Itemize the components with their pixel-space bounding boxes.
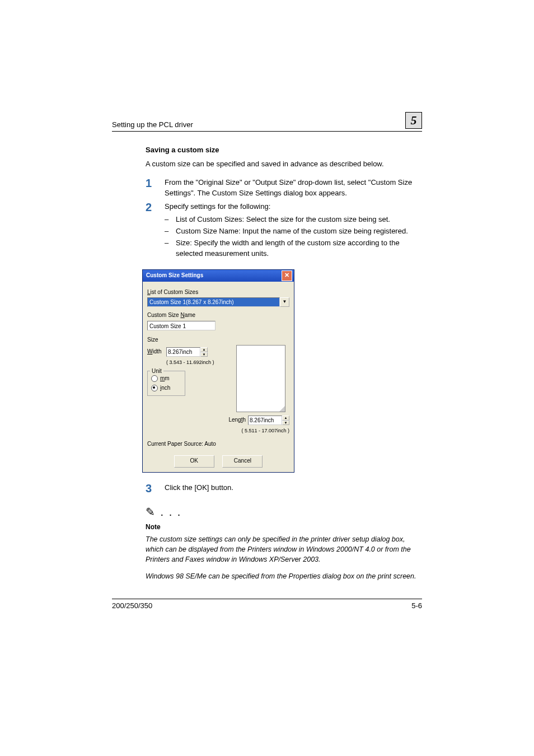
- unit-mm-radio[interactable]: mm: [151, 375, 181, 383]
- chevron-down-icon[interactable]: ▼: [280, 297, 289, 307]
- step-row: 3 Click the [OK] button.: [146, 483, 422, 494]
- step-body: From the "Original Size" or "Output Size…: [165, 178, 422, 199]
- cancel-button[interactable]: Cancel: [222, 455, 263, 468]
- step-row: 2 Specify settings for the following: – …: [146, 202, 422, 260]
- spin-down-icon[interactable]: ▼: [282, 421, 289, 426]
- width-value[interactable]: 8.267inch: [166, 347, 200, 357]
- bullet-item: – List of Custom Sizes: Select the size …: [165, 214, 422, 225]
- page-header: Setting up the PCL driver 5: [112, 112, 422, 132]
- spin-down-icon[interactable]: ▼: [200, 352, 208, 357]
- step-body: Click the [OK] button.: [165, 483, 422, 494]
- width-spinner[interactable]: 8.267inch ▲▼: [166, 347, 208, 357]
- list-label: List of Custom Sizes: [147, 288, 289, 297]
- note-title: Note: [146, 522, 422, 532]
- note-paragraph: Windows 98 SE/Me can be specified from t…: [146, 571, 422, 581]
- footer-left: 200/250/350: [112, 601, 152, 610]
- custom-size-dialog: Custom Size Settings ✕ List of Custom Si…: [142, 269, 294, 473]
- step-number: 1: [146, 178, 165, 199]
- spin-up-icon[interactable]: ▲: [282, 416, 289, 421]
- page-footer: 200/250/350 5-6: [112, 599, 422, 610]
- length-spinner[interactable]: 8.267inch ▲▼: [248, 416, 289, 425]
- step-text: Specify settings for the following:: [165, 202, 422, 212]
- length-value[interactable]: 8.267inch: [248, 416, 282, 425]
- step-number: 2: [146, 202, 165, 260]
- unit-inch-radio[interactable]: inch: [151, 384, 181, 393]
- header-title: Setting up the PCL driver: [112, 120, 193, 129]
- step-body: Specify settings for the following: – Li…: [165, 202, 422, 260]
- dialog-titlebar[interactable]: Custom Size Settings ✕: [143, 270, 294, 282]
- step-number: 3: [146, 483, 165, 494]
- length-label: Length: [228, 416, 246, 424]
- ok-button[interactable]: OK: [174, 455, 214, 468]
- spin-up-icon[interactable]: ▲: [200, 347, 208, 352]
- custom-sizes-dropdown[interactable]: Custom Size 1(8.267 x 8.267inch) ▼: [147, 297, 289, 307]
- step-row: 1 From the "Original Size" or "Output Si…: [146, 178, 422, 199]
- paper-source-label: Current Paper Source: Auto: [147, 440, 289, 449]
- paper-preview: [236, 345, 285, 412]
- section-heading: Saving a custom size: [146, 145, 422, 156]
- dialog-figure: Custom Size Settings ✕ List of Custom Si…: [142, 269, 422, 473]
- width-range: ( 3.543 - 11.692inch ): [166, 359, 231, 366]
- dropdown-value: Custom Size 1(8.267 x 8.267inch): [147, 297, 280, 307]
- footer-right: 5-6: [411, 601, 422, 610]
- bullet-item: – Custom Size Name: Input the name of th…: [165, 226, 422, 237]
- note-icon: ✎ . . .: [146, 504, 422, 520]
- intro-paragraph: A custom size can be specified and saved…: [146, 159, 422, 170]
- close-icon[interactable]: ✕: [282, 270, 292, 281]
- bullet-item: – Size: Specify the width and length of …: [165, 238, 422, 259]
- length-range: ( 5.511 - 17.007inch ): [147, 427, 289, 435]
- width-label: Width: [147, 348, 166, 356]
- name-label: Custom Size Name: [147, 311, 289, 320]
- size-label: Size: [147, 336, 289, 344]
- note-paragraph: The custom size settings can only be spe…: [146, 534, 422, 564]
- custom-size-name-input[interactable]: Custom Size 1: [147, 321, 216, 330]
- unit-legend: Unit: [150, 367, 163, 376]
- chapter-number: 5: [405, 112, 422, 129]
- dialog-title-text: Custom Size Settings: [146, 272, 203, 280]
- unit-group: Unit mm inch: [147, 371, 185, 396]
